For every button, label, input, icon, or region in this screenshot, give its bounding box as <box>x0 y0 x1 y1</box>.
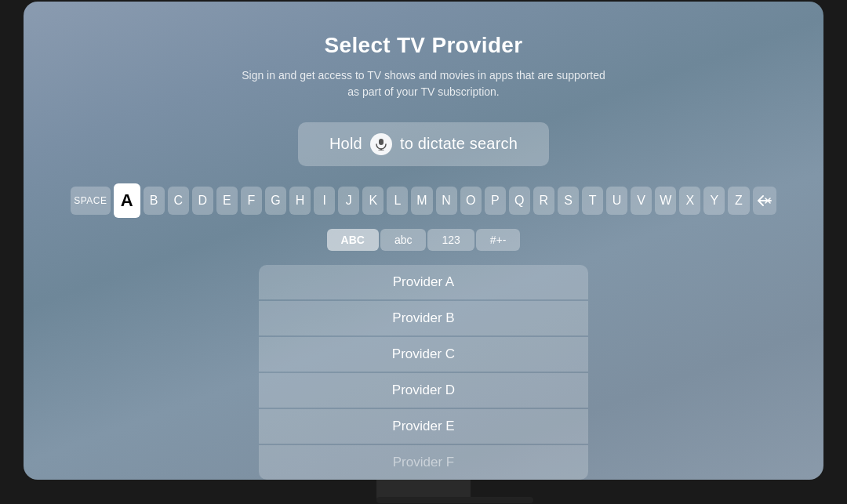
tv-wrapper: Select TV Provider Sign in and get acces… <box>24 2 823 503</box>
key-J[interactable]: J <box>338 187 359 215</box>
key-V[interactable]: V <box>631 187 652 215</box>
backspace-key[interactable] <box>753 187 776 215</box>
dictate-label: to dictate search <box>400 135 518 153</box>
key-L[interactable]: L <box>387 187 408 215</box>
key-D[interactable]: D <box>192 187 213 215</box>
key-M[interactable]: M <box>411 187 432 215</box>
key-H[interactable]: H <box>289 187 311 215</box>
page-subtitle: Sign in and get access to TV shows and m… <box>235 67 612 100</box>
key-Y[interactable]: Y <box>703 187 725 215</box>
svg-rect-0 <box>379 139 384 145</box>
key-E[interactable]: E <box>216 187 238 215</box>
key-A[interactable]: A <box>114 183 140 218</box>
key-U[interactable]: U <box>606 187 627 215</box>
provider-item[interactable]: Provider B <box>259 301 588 335</box>
provider-item[interactable]: Provider E <box>259 409 588 444</box>
key-Z[interactable]: Z <box>728 187 749 215</box>
key-T[interactable]: T <box>582 187 603 215</box>
tv-frame: Select TV Provider Sign in and get acces… <box>24 2 823 480</box>
key-Q[interactable]: Q <box>509 187 530 215</box>
key-F[interactable]: F <box>241 187 262 215</box>
key-P[interactable]: P <box>485 187 506 215</box>
key-C[interactable]: C <box>168 187 189 215</box>
mode-ABC[interactable]: ABC <box>327 229 379 251</box>
mode-row: ABC abc 123 #+- <box>327 229 521 251</box>
key-O[interactable]: O <box>460 187 482 215</box>
key-X[interactable]: X <box>679 187 700 215</box>
providers-list: Provider A Provider B Provider C Provide… <box>259 265 588 480</box>
microphone-icon <box>370 133 392 155</box>
key-S[interactable]: S <box>558 187 579 215</box>
tv-stand <box>376 480 471 503</box>
mode-symbols[interactable]: #+- <box>476 229 521 251</box>
key-B[interactable]: B <box>144 187 165 215</box>
keyboard-row: SPACE A B C D E F G H I J K L M N O P Q … <box>71 183 776 218</box>
provider-item[interactable]: Provider F <box>259 445 588 480</box>
hold-label: Hold <box>329 135 362 153</box>
key-K[interactable]: K <box>362 187 384 215</box>
page-title: Select TV Provider <box>325 33 523 58</box>
mode-123[interactable]: 123 <box>427 229 474 251</box>
space-key[interactable]: SPACE <box>71 187 111 215</box>
provider-item[interactable]: Provider A <box>259 265 588 299</box>
key-R[interactable]: R <box>533 187 554 215</box>
mode-abc[interactable]: abc <box>380 229 427 251</box>
key-G[interactable]: G <box>265 187 286 215</box>
key-W[interactable]: W <box>655 187 676 215</box>
key-I[interactable]: I <box>314 187 335 215</box>
provider-item[interactable]: Provider D <box>259 373 588 408</box>
dictate-search-button[interactable]: Hold to dictate search <box>298 122 549 166</box>
key-N[interactable]: N <box>436 187 457 215</box>
provider-item[interactable]: Provider C <box>259 337 588 372</box>
